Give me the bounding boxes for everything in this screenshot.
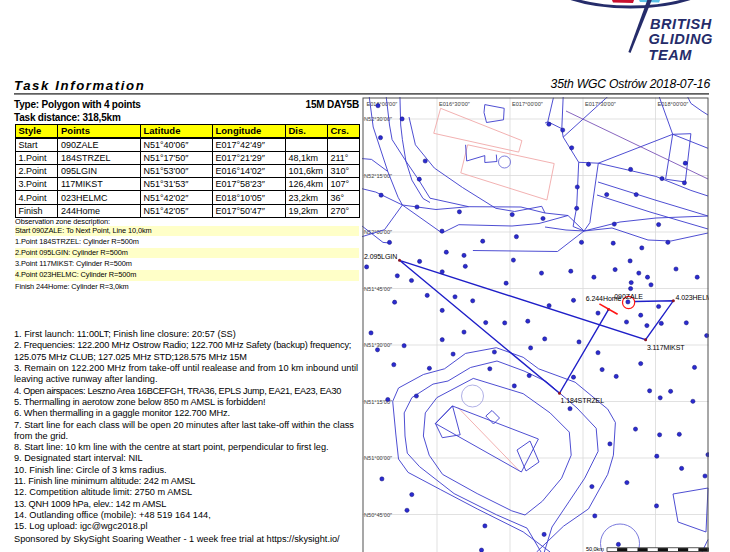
svg-text:090ZALE: 090ZALE xyxy=(614,293,643,300)
svg-text:N51°45'00″: N51°45'00″ xyxy=(364,286,392,292)
svg-text:N52°30'00″: N52°30'00″ xyxy=(364,116,392,122)
svg-text:50,0km: 50,0km xyxy=(586,546,604,552)
svg-text:2.095LGIN: 2.095LGIN xyxy=(364,253,397,260)
svg-text:4.023HELMC: 4.023HELMC xyxy=(676,294,710,301)
svg-text:N51°30'00″: N51°30'00″ xyxy=(364,342,392,348)
svg-text:E016°30'00″: E016°30'00″ xyxy=(439,101,470,107)
svg-text:TEAM: TEAM xyxy=(649,47,693,63)
svg-text:E016°00'00″: E016°00'00″ xyxy=(367,101,398,107)
svg-text:GLIDING: GLIDING xyxy=(649,31,713,47)
svg-text:E017°00'00″: E017°00'00″ xyxy=(512,101,543,107)
svg-text:BRITISH: BRITISH xyxy=(650,16,712,32)
svg-text:1.184STRZEL: 1.184STRZEL xyxy=(561,397,605,404)
svg-text:N50°45'00″: N50°45'00″ xyxy=(364,512,392,518)
svg-text:3.117MIKST: 3.117MIKST xyxy=(647,344,685,351)
svg-text:N51°00'00″: N51°00'00″ xyxy=(364,455,392,461)
svg-text:N52°15'00″: N52°15'00″ xyxy=(364,173,392,179)
